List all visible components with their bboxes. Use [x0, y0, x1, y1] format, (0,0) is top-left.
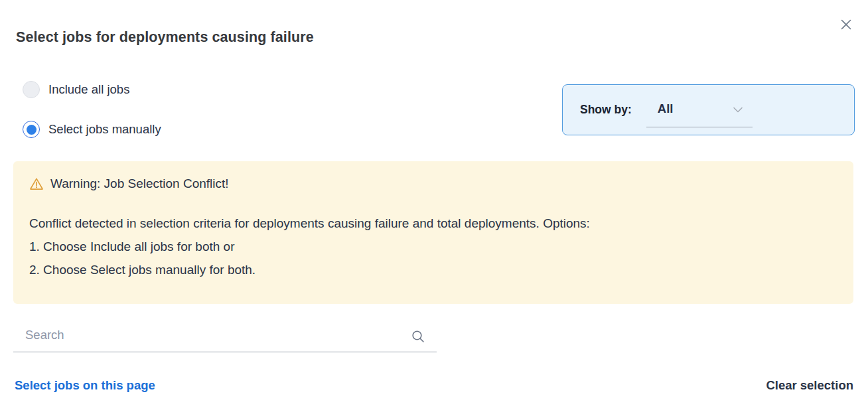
chevron-down-icon [730, 102, 746, 121]
warning-option-1: 1. Choose Include all jobs for both or [29, 235, 837, 258]
warning-triangle-icon [29, 176, 44, 191]
warning-body: Conflict detected in selection criteria … [29, 212, 837, 281]
search-icon [410, 328, 426, 344]
radio-label: Include all jobs [48, 82, 129, 97]
select-jobs-on-page-link[interactable]: Select jobs on this page [15, 378, 155, 393]
clear-selection-button[interactable]: Clear selection [766, 378, 853, 393]
radio-label: Select jobs manually [48, 122, 161, 137]
warning-banner: Warning: Job Selection Conflict! Conflic… [13, 161, 853, 304]
warning-option-2: 2. Choose Select jobs manually for both. [29, 258, 837, 281]
show-by-panel: Show by: All [562, 84, 855, 135]
search-field [13, 322, 437, 352]
search-input[interactable] [13, 322, 437, 352]
show-by-label: Show by: [580, 103, 632, 117]
search-button[interactable] [409, 327, 427, 346]
radio-option-select-jobs-manually[interactable]: Select jobs manually [23, 120, 161, 139]
radio-option-include-all-jobs[interactable]: Include all jobs [23, 80, 129, 99]
show-by-selected-value: All [658, 102, 674, 121]
radio-selected-icon[interactable] [23, 121, 40, 138]
dialog-title: Select jobs for deployments causing fail… [16, 29, 314, 46]
warning-title: Warning: Job Selection Conflict! [50, 176, 229, 191]
warning-message: Conflict detected in selection criteria … [29, 212, 837, 235]
close-button[interactable] [835, 14, 857, 35]
close-icon [839, 18, 853, 31]
radio-unselected-icon[interactable] [23, 81, 40, 98]
select-jobs-dialog: Select jobs for deployments causing fail… [0, 0, 868, 418]
show-by-select[interactable]: All [646, 97, 753, 127]
warning-header: Warning: Job Selection Conflict! [29, 176, 837, 192]
